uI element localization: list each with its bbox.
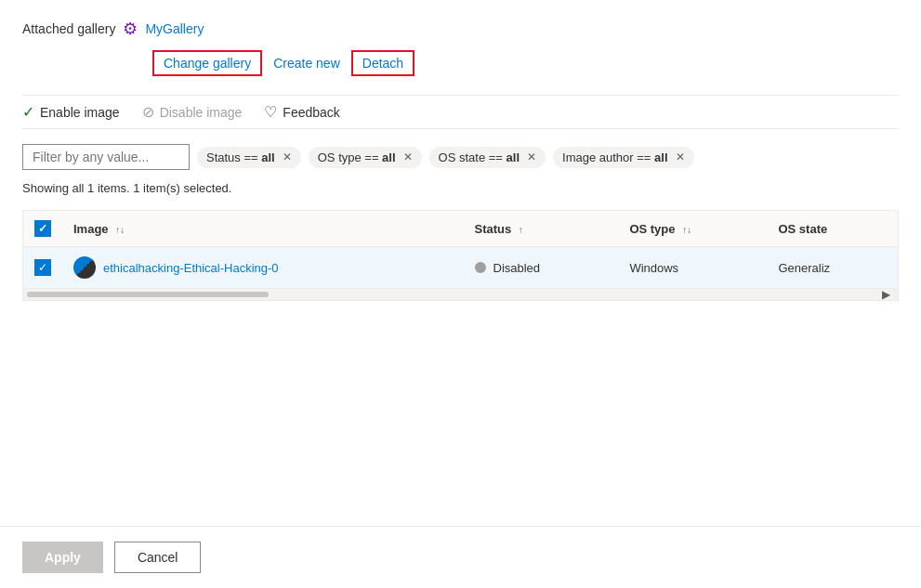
table-row: ✓ ethicalhacking-Ethical-Hacking-0 Disab… [23, 247, 898, 289]
status-text: Showing all 1 items. 1 item(s) selected. [22, 181, 899, 195]
row-checkbox-cell[interactable]: ✓ [23, 247, 62, 289]
scroll-right-arrow[interactable]: ▶ [882, 288, 890, 301]
feedback-button[interactable]: ♡ Feedback [264, 103, 339, 121]
os-type-chip-label: OS type == all [318, 150, 396, 164]
status-chip-close[interactable]: ✕ [283, 150, 292, 163]
os-type-value: Windows [629, 261, 678, 275]
image-name-link[interactable]: ethicalhacking-Ethical-Hacking-0 [103, 261, 279, 275]
toolbar: ✓ Enable image ⊘ Disable image ♡ Feedbac… [22, 95, 899, 129]
filter-input[interactable] [22, 144, 190, 170]
row-image-cell: ethicalhacking-Ethical-Hacking-0 [62, 247, 464, 289]
images-table-wrapper: ✓ Image ↑↓ Status ↑ OS type ↑↓ [22, 210, 899, 301]
items-count-text: Showing all 1 items. [22, 181, 130, 195]
os-type-chip-close[interactable]: ✕ [403, 150, 413, 163]
header-os-type: OS type ↑↓ [618, 211, 767, 247]
apply-button[interactable]: Apply [22, 542, 103, 573]
horizontal-scrollbar-thumb[interactable] [27, 292, 269, 297]
status-filter-chip: Status == all ✕ [197, 147, 301, 168]
header-status-label: Status [475, 222, 512, 236]
os-type-filter-chip: OS type == all ✕ [309, 147, 422, 168]
disable-image-label: Disable image [160, 105, 243, 120]
action-buttons-row: Change gallery Create new Detach [152, 50, 899, 76]
header-image-label: Image [73, 222, 109, 236]
cancel-button[interactable]: Cancel [114, 542, 202, 573]
images-table: ✓ Image ↑↓ Status ↑ OS type ↑↓ [23, 211, 898, 289]
row-checkbox[interactable]: ✓ [34, 259, 51, 276]
row-os-state-cell: Generaliz [767, 247, 898, 289]
row-status-cell: Disabled [464, 247, 619, 289]
os-state-filter-chip: OS state == all ✕ [429, 147, 546, 168]
image-author-chip-label: Image author == all [562, 150, 667, 164]
bottom-action-bar: Apply Cancel [0, 526, 921, 588]
enable-image-label: Enable image [40, 105, 120, 120]
disable-icon: ⊘ [142, 103, 154, 121]
feedback-label: Feedback [283, 105, 339, 120]
gallery-settings-icon: ⚙ [123, 19, 138, 39]
row-os-type-cell: Windows [618, 247, 767, 289]
header-os-state: OS state [767, 211, 898, 247]
change-gallery-button[interactable]: Change gallery [152, 50, 262, 76]
disable-image-button[interactable]: ⊘ Disable image [142, 103, 243, 121]
status-dot-icon [475, 262, 486, 273]
status-sort-icon[interactable]: ↑ [519, 225, 523, 235]
header-image: Image ↑↓ [62, 211, 464, 247]
os-state-chip-label: OS state == all [439, 150, 520, 164]
attached-gallery-label: Attached gallery [22, 21, 115, 36]
select-all-checkbox[interactable]: ✓ [34, 220, 51, 237]
header-os-state-label: OS state [778, 222, 827, 236]
image-thumbnail-icon [73, 256, 96, 279]
image-author-chip-close[interactable]: ✕ [676, 150, 685, 163]
status-value: Disabled [493, 261, 541, 275]
header-status: Status ↑ [464, 211, 619, 247]
status-chip-label: Status == all [206, 150, 275, 164]
checkmark-icon: ✓ [22, 103, 34, 121]
header-checkbox-cell[interactable]: ✓ [23, 211, 62, 247]
table-header-row: ✓ Image ↑↓ Status ↑ OS type ↑↓ [23, 211, 898, 247]
status-cell-content: Disabled [475, 261, 608, 275]
attached-gallery-section: Attached gallery ⚙ MyGallery [22, 19, 899, 39]
enable-image-button[interactable]: ✓ Enable image [22, 103, 120, 121]
heart-icon: ♡ [264, 103, 277, 121]
image-author-filter-chip: Image author == all ✕ [553, 147, 693, 168]
filter-row: Status == all ✕ OS type == all ✕ OS stat… [22, 144, 899, 170]
selected-count-text: 1 item(s) selected. [133, 181, 231, 195]
os-state-chip-close[interactable]: ✕ [527, 150, 536, 163]
header-os-type-label: OS type [629, 222, 675, 236]
create-new-button[interactable]: Create new [262, 50, 351, 76]
os-state-value: Generaliz [778, 261, 830, 275]
image-sort-icon[interactable]: ↑↓ [115, 225, 125, 235]
detach-button[interactable]: Detach [351, 50, 414, 76]
image-cell-content: ethicalhacking-Ethical-Hacking-0 [73, 256, 453, 279]
gallery-name: MyGallery [145, 21, 204, 36]
os-type-sort-icon[interactable]: ↑↓ [682, 225, 691, 235]
